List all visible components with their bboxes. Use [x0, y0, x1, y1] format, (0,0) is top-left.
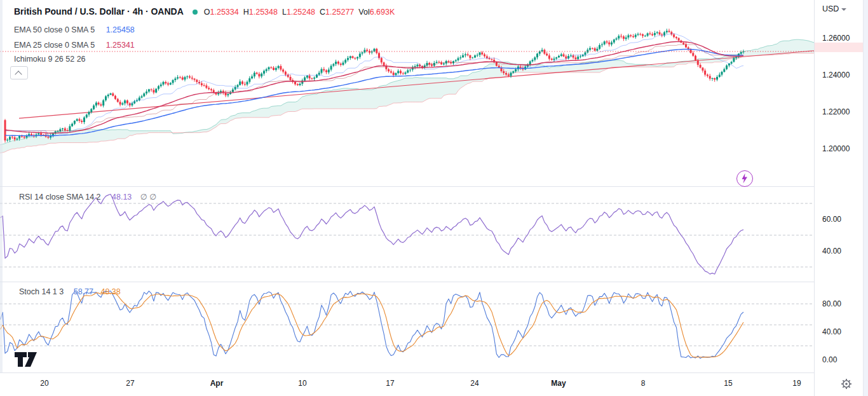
time-label: 17: [386, 379, 394, 388]
ema50-label: EMA 50 close 0 SMA 5: [14, 25, 95, 34]
rsi-value: 48.13: [112, 193, 132, 201]
ema25-label: EMA 25 close 0 SMA 5: [14, 41, 95, 50]
ema25-value: 1.25341: [106, 41, 135, 50]
instant-order-button[interactable]: [736, 170, 753, 187]
time-label: 24: [470, 379, 478, 388]
time-label: Apr: [210, 379, 224, 388]
time-axis[interactable]: 2027Apr101724May81519: [0, 372, 814, 396]
stoch-tick-label: 80.00: [822, 299, 841, 308]
open-value: 1.25334: [210, 8, 239, 17]
symbol-title[interactable]: British Pound / U.S. Dollar · 4h · OANDA: [14, 6, 184, 17]
stoch-d-value: 48.38: [100, 287, 120, 296]
current-price-axis-highlight: [815, 43, 863, 52]
currency-dropdown[interactable]: USD: [822, 4, 846, 13]
open-label: O: [204, 8, 210, 17]
low-value: 1.25248: [287, 8, 315, 17]
collapse-indicators-button[interactable]: [10, 66, 28, 79]
symbol-title-row: British Pound / U.S. Dollar · 4h · OANDA…: [14, 6, 399, 17]
rsi-tick-label: 40.00: [822, 247, 841, 256]
stoch-tick-label: 40.00: [822, 327, 841, 336]
time-label: 19: [792, 379, 801, 388]
close-label: C: [320, 8, 325, 17]
high-label: H: [243, 8, 249, 17]
rsi-legend[interactable]: RSI 14 close SMA 14 2 48.13 ∅ ∅: [19, 192, 156, 201]
time-label: 10: [298, 379, 306, 388]
stoch-legend[interactable]: Stoch 14 1 3 58.77 48.38: [19, 287, 121, 296]
currency-label: USD: [822, 4, 839, 13]
ichimoku-label: Ichimoku 9 26 52 26: [14, 55, 86, 64]
price-tick-label: 1.22000: [822, 107, 850, 116]
ichimoku-legend[interactable]: Ichimoku 9 26 52 26: [14, 55, 86, 64]
low-label: L: [282, 8, 287, 17]
ohlc-readout: O1.25334H1.25348L1.25248C1.25277Vol6.693…: [204, 8, 400, 17]
volume-value: 6.693K: [370, 8, 395, 17]
right-scroll-strip[interactable]: [863, 0, 868, 396]
chevron-up-icon: [15, 71, 22, 78]
price-tick-label: 1.20000: [822, 144, 850, 153]
stoch-k-value: 58.77: [74, 287, 93, 296]
lightning-bolt-icon: [737, 171, 752, 186]
ema25-legend[interactable]: EMA 25 close 0 SMA 5 1.25341: [14, 41, 135, 50]
pane-left-edge: [0, 0, 3, 372]
price-tick-label: 1.24000: [822, 71, 850, 79]
ema50-legend[interactable]: EMA 50 close 0 SMA 5 1.25458: [14, 25, 135, 34]
time-label: 20: [40, 379, 48, 388]
trading-chart-app: British Pound / U.S. Dollar · 4h · OANDA…: [0, 0, 868, 396]
price-tick-label: 1.26000: [822, 34, 850, 43]
rsi-empty-values: ∅ ∅: [140, 193, 156, 201]
rsi-tick-label: 60.00: [822, 215, 841, 224]
settings-gear-button[interactable]: [840, 378, 853, 390]
rsi-label: RSI 14 close SMA 14 2: [19, 193, 101, 201]
tradingview-logo[interactable]: [14, 350, 38, 369]
time-label: 27: [126, 379, 134, 388]
price-axis[interactable]: USD 1.260001.240001.220001.2000060.0040.…: [814, 0, 864, 396]
chevron-down-icon: [841, 8, 846, 11]
close-value: 1.25277: [325, 8, 354, 17]
stoch-label: Stoch 14 1 3: [19, 287, 64, 296]
market-status-dot: [193, 10, 198, 15]
time-label: May: [551, 379, 566, 388]
high-value: 1.25348: [249, 8, 278, 17]
stoch-pane[interactable]: [0, 282, 814, 372]
ema50-value: 1.25458: [106, 25, 135, 34]
volume-label: Vol: [358, 8, 369, 17]
stoch-tick-label: 0.00: [822, 355, 837, 364]
tradingview-logo-icon: [14, 350, 38, 369]
time-label: 8: [641, 379, 646, 388]
stoch-chart-canvas[interactable]: [0, 282, 814, 372]
time-label: 15: [724, 379, 732, 388]
gear-icon: [840, 378, 853, 390]
